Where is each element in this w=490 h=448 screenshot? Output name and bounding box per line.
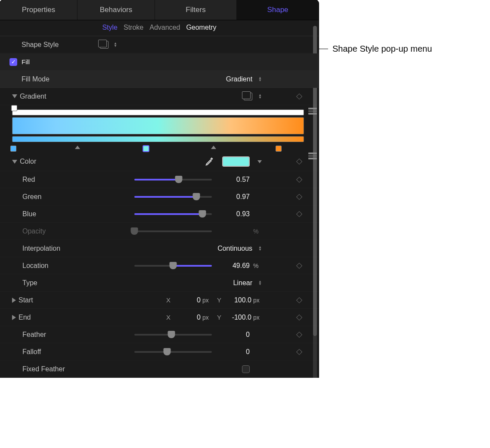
- gradient-preset-popup[interactable]: [244, 93, 252, 100]
- blue-value[interactable]: 0.93: [224, 210, 250, 218]
- green-slider[interactable]: [134, 196, 212, 198]
- chevron-down-icon[interactable]: [257, 160, 262, 163]
- inspector-panel: Properties Behaviors Filters Shape Style…: [0, 0, 319, 378]
- eyedropper-icon[interactable]: [205, 157, 214, 166]
- color-stop-1[interactable]: [10, 146, 16, 152]
- interpolation-label: Interpolation: [9, 245, 100, 252]
- y-label: Y: [217, 296, 224, 304]
- feather-label: Feather: [9, 331, 100, 339]
- x-label: X: [166, 314, 173, 321]
- row-red: Red 0.57: [0, 171, 319, 188]
- x-label: X: [166, 296, 173, 304]
- opacity-label: Opacity: [9, 227, 100, 235]
- shape-subtabs: Style Stroke Advanced Geometry: [0, 20, 319, 36]
- px-unit: px: [253, 297, 262, 304]
- start-label: Start: [19, 296, 33, 304]
- px-unit: px: [202, 297, 211, 304]
- location-unit: %: [253, 262, 262, 269]
- fill-mode-label: Fill Mode: [9, 75, 100, 83]
- opacity-slider: [134, 230, 212, 232]
- falloff-value[interactable]: 0: [224, 348, 250, 356]
- color-stop-3[interactable]: [276, 146, 282, 152]
- fixed-feather-label: Fixed Feather: [9, 365, 100, 373]
- end-disclosure[interactable]: [12, 315, 16, 320]
- start-disclosure[interactable]: [12, 298, 16, 303]
- color-stop-2[interactable]: [143, 146, 149, 152]
- fill-label: Fill: [22, 58, 30, 65]
- fill-checkbox[interactable]: ✓: [9, 58, 17, 66]
- px-unit: px: [253, 314, 262, 321]
- location-slider[interactable]: [134, 265, 212, 267]
- gradient-editor[interactable]: [0, 105, 319, 152]
- updown-icon[interactable]: ▲▼: [258, 280, 262, 286]
- subtab-advanced[interactable]: Advanced: [149, 24, 180, 31]
- color-well[interactable]: [222, 156, 250, 167]
- green-value[interactable]: 0.97: [224, 193, 250, 201]
- end-x[interactable]: 0: [175, 314, 201, 321]
- inspector-tabs: Properties Behaviors Filters Shape: [0, 0, 319, 20]
- row-gradient: Gradient ▲▼: [0, 88, 319, 105]
- type-value[interactable]: Linear: [226, 279, 252, 287]
- shape-style-label: Shape Style: [9, 41, 100, 49]
- start-y[interactable]: 100.0: [226, 296, 251, 304]
- row-type: Type Linear ▲▼: [0, 274, 319, 292]
- row-fixed-feather: Fixed Feather: [0, 361, 319, 378]
- row-start: Start X 0 px Y 100.0 px: [0, 292, 319, 309]
- row-green: Green 0.97: [0, 188, 319, 205]
- subtab-geometry[interactable]: Geometry: [186, 24, 216, 31]
- gradient-disclosure[interactable]: [12, 94, 17, 98]
- falloff-slider[interactable]: [134, 351, 212, 353]
- fill-mode-value[interactable]: Gradient: [226, 75, 252, 83]
- gradient-label: Gradient: [20, 93, 46, 100]
- row-location: Location 49.69 %: [0, 257, 319, 274]
- color-strip[interactable]: [12, 136, 304, 142]
- end-y[interactable]: -100.0: [226, 314, 251, 321]
- type-label: Type: [9, 279, 100, 287]
- row-fill: ✓ Fill: [0, 53, 319, 71]
- row-feather: Feather 0: [0, 326, 319, 343]
- updown-icon[interactable]: ▲▼: [258, 94, 262, 99]
- red-value[interactable]: 0.57: [224, 176, 250, 184]
- green-label: Green: [9, 193, 100, 201]
- updown-icon[interactable]: ▲▼: [114, 42, 117, 47]
- gradient-preview: [12, 117, 304, 134]
- subtab-stroke[interactable]: Stroke: [124, 24, 143, 31]
- tab-shape[interactable]: Shape: [237, 0, 319, 20]
- fixed-feather-checkbox[interactable]: [242, 365, 250, 373]
- blue-label: Blue: [9, 210, 100, 218]
- start-x[interactable]: 0: [175, 296, 201, 304]
- midpoint-1[interactable]: [75, 146, 80, 149]
- interpolation-value[interactable]: Continuous: [217, 245, 252, 252]
- y-label: Y: [217, 314, 224, 321]
- row-blue: Blue 0.93: [0, 205, 319, 223]
- px-unit: px: [202, 314, 211, 321]
- updown-icon[interactable]: ▲▼: [258, 246, 262, 251]
- feather-slider[interactable]: [134, 334, 212, 336]
- subtab-style[interactable]: Style: [102, 24, 118, 31]
- color-label: Color: [20, 158, 36, 165]
- row-end: End X 0 px Y -100.0 px: [0, 309, 319, 326]
- annotation-text: Shape Style pop-up menu: [332, 44, 432, 54]
- red-label: Red: [9, 176, 100, 184]
- falloff-label: Falloff: [9, 348, 100, 356]
- row-opacity: Opacity %: [0, 223, 319, 240]
- red-slider[interactable]: [134, 179, 212, 180]
- tab-filters[interactable]: Filters: [155, 0, 237, 20]
- color-disclosure[interactable]: [12, 160, 17, 164]
- blue-slider[interactable]: [134, 213, 212, 215]
- feather-value[interactable]: 0: [224, 331, 250, 339]
- opacity-unit: %: [253, 228, 262, 235]
- row-fill-mode: Fill Mode Gradient ▲▼: [0, 71, 319, 88]
- row-color: Color: [0, 152, 319, 171]
- opacity-strip[interactable]: [12, 109, 304, 115]
- tab-properties[interactable]: Properties: [0, 0, 78, 20]
- updown-icon[interactable]: ▲▼: [258, 77, 262, 82]
- opacity-stop-handle[interactable]: [11, 105, 17, 111]
- distribute-opacity-icon[interactable]: [308, 108, 317, 115]
- row-interpolation: Interpolation Continuous ▲▼: [0, 240, 319, 257]
- location-value[interactable]: 49.69: [224, 262, 250, 270]
- shape-style-popup[interactable]: [100, 41, 109, 49]
- tab-behaviors[interactable]: Behaviors: [78, 0, 155, 20]
- end-label: End: [19, 314, 31, 321]
- midpoint-2[interactable]: [211, 146, 216, 149]
